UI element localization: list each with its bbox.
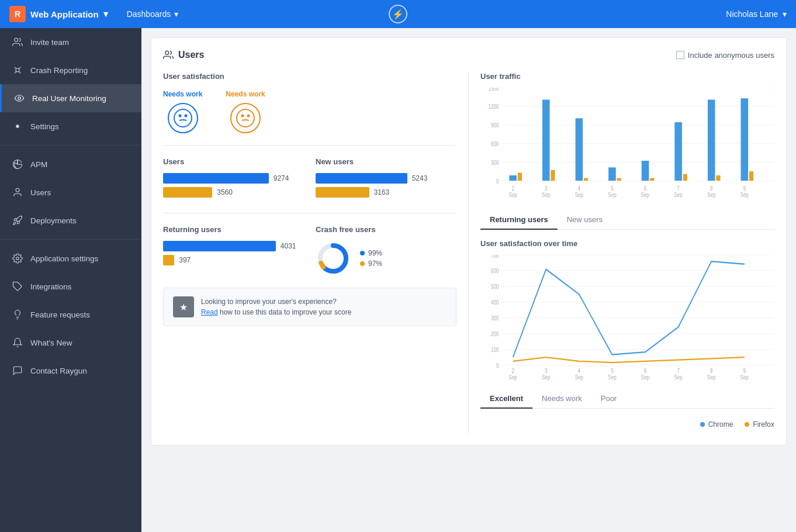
face-svg-orange xyxy=(235,108,256,129)
app-selector[interactable]: R Web Application ▾ xyxy=(9,6,108,22)
users-panel: Users Include anonymous users User satis… xyxy=(151,37,787,445)
svg-rect-40 xyxy=(650,178,654,181)
eye-icon xyxy=(13,92,25,104)
svg-rect-31 xyxy=(509,175,517,181)
anon-checkbox[interactable] xyxy=(676,51,684,59)
face-blue xyxy=(168,103,198,133)
svg-text:Sep: Sep xyxy=(509,374,517,381)
svg-text:0: 0 xyxy=(496,362,499,369)
svg-text:3: 3 xyxy=(545,185,547,192)
svg-text:900: 900 xyxy=(491,122,499,129)
new-users-bar-blue-row: 5243 xyxy=(316,173,456,184)
sat-line-chart: 700 600 500 400 300 200 100 0 xyxy=(480,255,774,384)
sidebar-item-deployments[interactable]: Deployments xyxy=(0,206,141,234)
chat-icon xyxy=(12,365,23,376)
users-bar-orange xyxy=(163,187,212,198)
include-anonymous-toggle[interactable]: Include anonymous users xyxy=(676,51,774,60)
crash-pct-orange: 97% xyxy=(368,260,382,268)
tab-new-users-traffic[interactable]: New users xyxy=(558,210,612,230)
sat-label-blue: Needs work xyxy=(163,90,202,98)
center-bolt[interactable]: ⚡ xyxy=(389,5,407,23)
user-icon xyxy=(12,186,23,198)
users-val-orange: 3560 xyxy=(217,188,233,196)
sidebar-item-whats-new[interactable]: What's New xyxy=(0,329,141,357)
dot-orange xyxy=(360,261,365,266)
sat-tab-poor[interactable]: Poor xyxy=(591,389,626,409)
users-val-blue: 9274 xyxy=(274,174,289,182)
svg-text:7: 7 xyxy=(677,368,679,374)
svg-text:300: 300 xyxy=(491,160,499,166)
tip-text2: how to use this data to improve your sco… xyxy=(218,308,352,316)
svg-rect-36 xyxy=(584,178,588,181)
svg-text:2: 2 xyxy=(511,185,514,192)
chrome-dot xyxy=(700,422,705,427)
svg-text:Sep: Sep xyxy=(608,192,616,199)
sat-tab-excellent[interactable]: Excellent xyxy=(480,389,532,409)
svg-text:5: 5 xyxy=(611,185,613,192)
sidebar-item-label: Integrations xyxy=(30,282,72,291)
sidebar-item-label: Application settings xyxy=(30,254,98,263)
svg-point-12 xyxy=(185,115,186,117)
new-users-bar-blue xyxy=(316,173,407,184)
svg-point-2 xyxy=(18,97,21,100)
sidebar-item-label: Contact Raygun xyxy=(30,367,87,375)
sidebar-item-feature-requests[interactable]: Feature requests xyxy=(0,300,141,329)
sidebar-item-integrations[interactable]: Integrations xyxy=(0,272,141,300)
svg-text:9: 9 xyxy=(743,368,746,374)
tip-link[interactable]: Read xyxy=(201,308,218,316)
users-bar-orange-row: 3560 xyxy=(163,187,304,198)
sidebar-item-users[interactable]: Users xyxy=(0,178,141,206)
top-navigation: R Web Application ▾ Dashboards ▾ ⚡ Nicho… xyxy=(0,0,796,28)
sat-item-orange: Needs work xyxy=(226,90,265,133)
traffic-bar-chart: 1500 1200 900 600 300 0 xyxy=(480,88,774,205)
panel-header: Users Include anonymous users xyxy=(163,50,774,60)
svg-point-9 xyxy=(165,51,169,54)
crash-free-metric: Crash free users xyxy=(316,225,456,276)
gear-icon xyxy=(12,253,23,264)
sidebar-item-contact[interactable]: Contact Raygun xyxy=(0,357,141,385)
sat-over-time-title: User satisfaction over time xyxy=(480,239,774,248)
sidebar-item-label: Users xyxy=(30,188,51,197)
svg-point-0 xyxy=(15,38,18,42)
svg-text:600: 600 xyxy=(491,141,499,147)
sidebar-item-apm[interactable]: APM xyxy=(0,150,141,178)
sat-tab-needs-work[interactable]: Needs work xyxy=(532,389,591,409)
sidebar-item-crash-reporting[interactable]: Crash Reporting xyxy=(0,56,141,84)
user-menu[interactable]: Nicholas Lane ▾ xyxy=(726,9,787,19)
svg-point-14 xyxy=(242,115,244,117)
svg-text:500: 500 xyxy=(491,284,499,291)
svg-text:6: 6 xyxy=(644,185,646,192)
gauge-icon xyxy=(12,158,23,170)
tip-text: Looking to improve your user's experienc… xyxy=(201,296,351,317)
sidebar-item-app-settings[interactable]: Application settings xyxy=(0,244,141,272)
sat-svg: 700 600 500 400 300 200 100 0 xyxy=(480,255,774,384)
users-new-users-row: Users 9274 3560 New u xyxy=(163,157,456,213)
svg-point-15 xyxy=(248,115,250,117)
svg-point-10 xyxy=(174,109,192,127)
tab-returning-users[interactable]: Returning users xyxy=(480,210,558,230)
svg-text:Sep: Sep xyxy=(542,374,550,381)
traffic-tabs: Returning users New users xyxy=(480,210,774,230)
users-panel-icon xyxy=(163,50,174,60)
app-dropdown-arrow[interactable]: ▾ xyxy=(103,9,108,19)
dashboards-arrow: ▾ xyxy=(174,9,178,19)
svg-text:Sep: Sep xyxy=(608,374,616,381)
svg-point-1 xyxy=(16,68,19,72)
returning-metric-title: Returning users xyxy=(163,225,304,234)
sidebar-item-invite-team[interactable]: Invite team xyxy=(0,28,141,56)
legend-firefox: Firefox xyxy=(745,420,774,429)
sidebar-item-rum[interactable]: Real User Monitoring xyxy=(0,84,141,112)
svg-text:Sep: Sep xyxy=(740,374,749,381)
svg-text:1200: 1200 xyxy=(488,103,499,110)
chart-legend: Chrome Firefox xyxy=(480,416,774,433)
svg-text:Sep: Sep xyxy=(707,374,715,381)
satisfaction-row: Needs work Needs wor xyxy=(163,90,456,146)
sidebar-item-settings[interactable]: Settings xyxy=(0,112,141,140)
dashboards-label: Dashboards xyxy=(127,9,171,19)
dashboards-menu[interactable]: Dashboards ▾ xyxy=(127,9,179,19)
firefox-dot xyxy=(745,422,749,427)
svg-rect-44 xyxy=(716,175,720,181)
svg-text:Sep: Sep xyxy=(542,192,550,199)
svg-text:8: 8 xyxy=(710,368,712,374)
app-name: Web Application xyxy=(30,9,99,19)
